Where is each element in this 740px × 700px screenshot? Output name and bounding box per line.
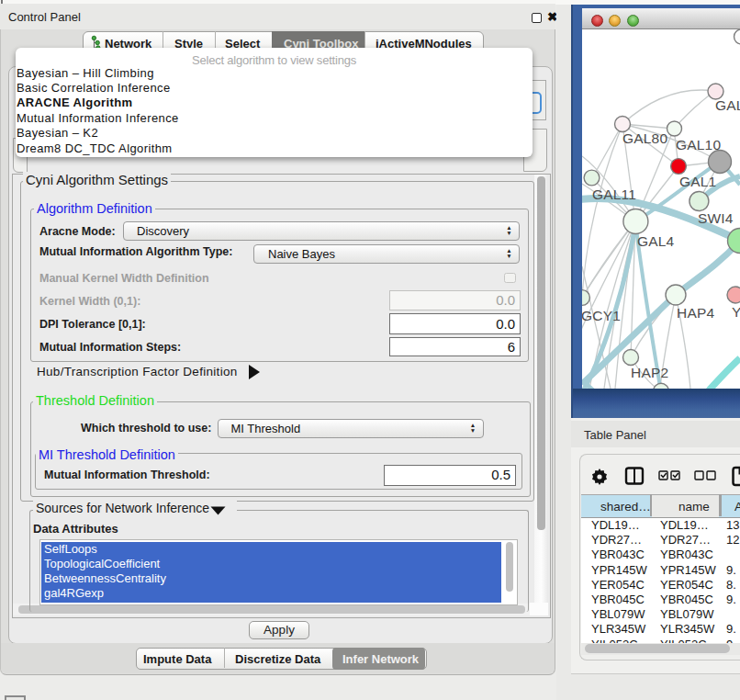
svg-text:GAL7: GAL7 [715,97,740,113]
svg-text:GAL10: GAL10 [676,137,721,152]
svg-text:GCY1: GCY1 [582,308,621,323]
svg-text:SWI4: SWI4 [698,210,734,226]
svg-text:GAL80: GAL80 [622,130,667,146]
svg-text:HAP4: HAP4 [677,305,714,321]
svg-text:GAL4: GAL4 [637,233,675,249]
svg-text:Y: Y [732,304,740,320]
svg-text:GAL1: GAL1 [679,174,716,189]
svg-text:GAL11: GAL11 [592,186,636,202]
svg-text:HAP2: HAP2 [631,365,668,380]
